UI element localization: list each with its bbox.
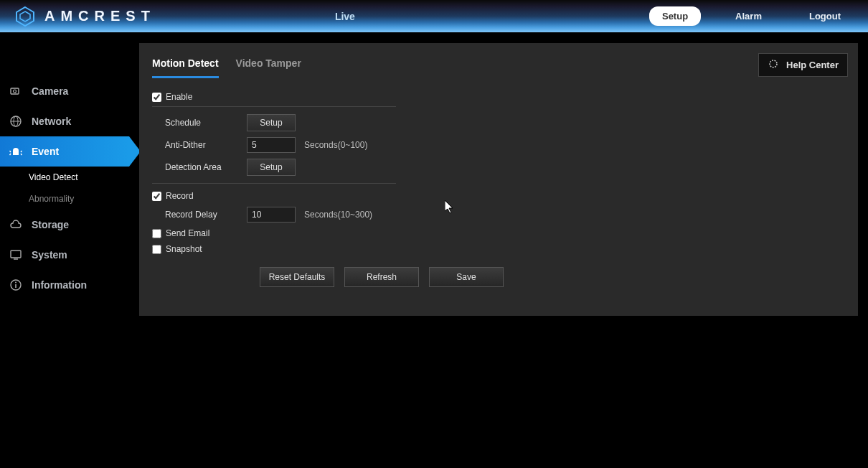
- brand-logo-icon: [14, 6, 36, 27]
- enable-label: Enable: [161, 92, 192, 102]
- logo: AMCREST: [14, 6, 156, 27]
- sidebar-item-network[interactable]: Network: [0, 106, 129, 136]
- reset-defaults-button[interactable]: Reset Defaults: [260, 267, 334, 287]
- brand-name: AMCREST: [44, 8, 156, 24]
- sidebar-item-system[interactable]: System: [0, 240, 129, 270]
- header: AMCREST Live Setup Alarm Logout: [0, 0, 868, 33]
- event-subitems: Video Detect Abnormality: [0, 167, 129, 210]
- sidebar-label: Event: [32, 146, 59, 157]
- settings-panel: Motion Detect Video Tamper Help Center E…: [139, 43, 858, 316]
- row-schedule: Schedule Setup: [152, 114, 845, 131]
- detection-area-setup-button[interactable]: Setup: [247, 159, 296, 176]
- nav-logout[interactable]: Logout: [796, 6, 854, 26]
- tabs: Motion Detect Video Tamper: [152, 57, 845, 79]
- sidebar-label: Network: [32, 116, 71, 127]
- svg-marker-1: [20, 11, 30, 22]
- globe-icon: [9, 114, 23, 128]
- right-nav: Setup Alarm Logout: [649, 6, 854, 26]
- row-snapshot: Snapshot: [152, 244, 845, 254]
- nav-setup[interactable]: Setup: [649, 6, 701, 26]
- nav-live[interactable]: Live: [328, 8, 362, 25]
- info-icon: [9, 278, 23, 292]
- sidebar-label: Information: [32, 279, 87, 291]
- sidebar-item-event[interactable]: Event: [0, 136, 129, 167]
- row-record-delay: Record Delay Seconds(10~300): [152, 207, 845, 223]
- content: Camera Network Event Video Detect Abnorm…: [0, 33, 868, 468]
- row-record: Record: [152, 191, 845, 201]
- snapshot-checkbox[interactable]: [152, 245, 161, 254]
- form: Enable Schedule Setup Anti-Dither Second…: [152, 92, 845, 287]
- send-email-checkbox[interactable]: [152, 229, 161, 238]
- alarm-icon: [9, 144, 23, 159]
- record-delay-hint: Seconds(10~300): [304, 210, 372, 220]
- sidebar-item-information[interactable]: Information: [0, 270, 129, 300]
- main-nav: Live: [328, 8, 362, 25]
- monitor-icon: [9, 248, 23, 262]
- camera-icon: [9, 84, 23, 98]
- svg-marker-0: [16, 7, 34, 26]
- sidebar-item-storage[interactable]: Storage: [0, 210, 129, 240]
- record-delay-label: Record Delay: [152, 210, 247, 220]
- refresh-button[interactable]: Refresh: [344, 267, 419, 287]
- tab-video-tamper[interactable]: Video Tamper: [236, 57, 301, 78]
- save-button[interactable]: Save: [429, 267, 504, 287]
- record-label: Record: [161, 191, 194, 201]
- sidebar-sub-abnormality[interactable]: Abnormality: [29, 188, 129, 210]
- sidebar-label: System: [32, 249, 67, 261]
- sidebar: Camera Network Event Video Detect Abnorm…: [0, 33, 129, 468]
- svg-point-12: [770, 60, 777, 67]
- send-email-label: Send Email: [161, 228, 209, 238]
- cloud-icon: [9, 217, 23, 232]
- row-anti-dither: Anti-Dither Seconds(0~100): [152, 137, 845, 153]
- anti-dither-hint: Seconds(0~100): [304, 140, 367, 150]
- nav-alarm[interactable]: Alarm: [722, 6, 775, 26]
- schedule-label: Schedule: [152, 118, 247, 128]
- schedule-setup-button[interactable]: Setup: [247, 114, 296, 131]
- detection-area-label: Detection Area: [152, 162, 247, 172]
- anti-dither-input[interactable]: [247, 137, 296, 153]
- sidebar-item-camera[interactable]: Camera: [0, 76, 129, 106]
- sidebar-label: Camera: [32, 85, 68, 97]
- record-checkbox[interactable]: [152, 192, 161, 201]
- sidebar-sub-video-detect[interactable]: Video Detect: [29, 167, 129, 188]
- help-center-label: Help Center: [786, 60, 839, 70]
- action-buttons: Reset Defaults Refresh Save: [260, 267, 845, 287]
- snapshot-label: Snapshot: [161, 244, 202, 254]
- help-center-icon: [768, 58, 779, 72]
- sidebar-label: Storage: [32, 219, 69, 230]
- record-delay-input[interactable]: [247, 207, 296, 223]
- tab-motion-detect[interactable]: Motion Detect: [152, 57, 219, 78]
- help-center-button[interactable]: Help Center: [758, 53, 848, 77]
- main-panel-wrap: Motion Detect Video Tamper Help Center E…: [129, 33, 868, 468]
- row-send-email: Send Email: [152, 228, 845, 238]
- svg-point-3: [14, 90, 16, 93]
- row-enable: Enable: [152, 92, 396, 107]
- anti-dither-label: Anti-Dither: [152, 140, 247, 150]
- svg-rect-7: [11, 251, 21, 258]
- enable-checkbox[interactable]: [152, 93, 161, 102]
- svg-point-11: [15, 282, 16, 284]
- row-detection-area: Detection Area Setup: [152, 159, 396, 184]
- svg-rect-2: [11, 88, 19, 94]
